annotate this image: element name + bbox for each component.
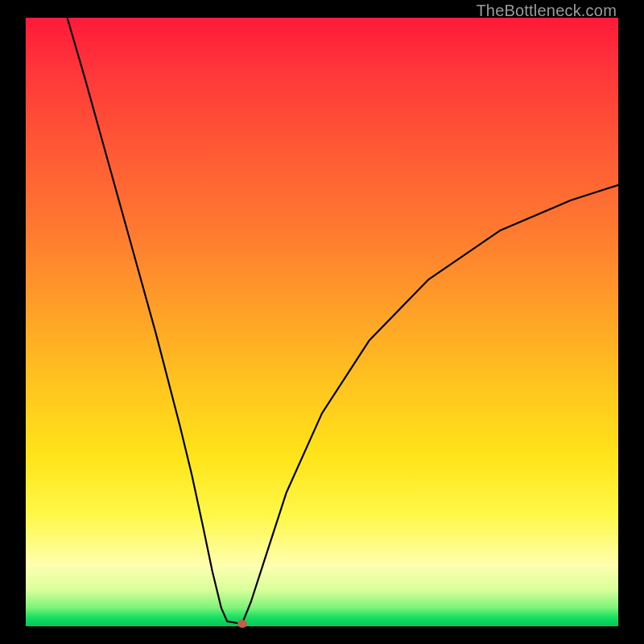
chart-frame: TheBottleneck.com bbox=[0, 0, 644, 644]
min-marker bbox=[237, 620, 247, 628]
plot-area bbox=[26, 18, 618, 626]
curve-svg bbox=[26, 18, 618, 626]
watermark-text: TheBottleneck.com bbox=[476, 2, 617, 20]
bottleneck-curve bbox=[68, 18, 618, 624]
